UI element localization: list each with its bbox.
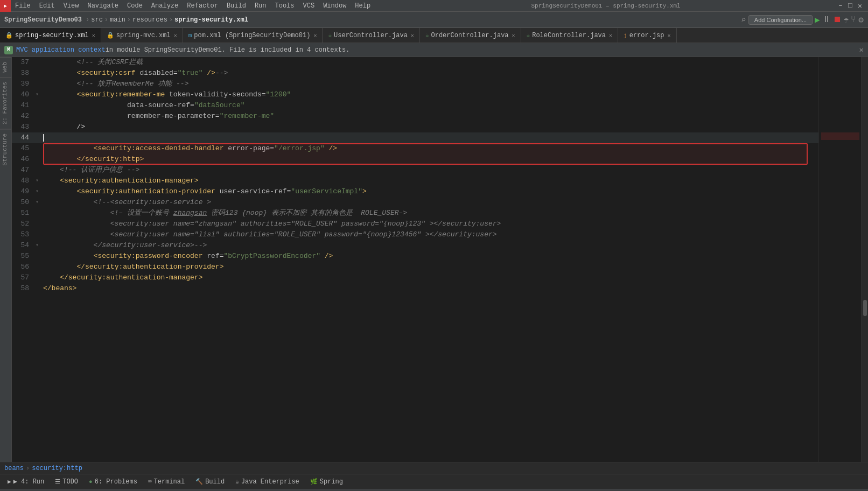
menu-tools[interactable]: Tools	[271, 0, 299, 11]
code-editor[interactable]: 37 <!-- 关闭CSRF拦截 38 <security:csrf disab…	[12, 57, 818, 462]
coverage-icon[interactable]: ☂	[844, 15, 849, 25]
menu-file[interactable]: File	[11, 0, 35, 11]
menu-code[interactable]: Code	[123, 0, 147, 11]
enterprise-button[interactable]: ☕ Java Enterprise	[230, 474, 305, 489]
fold-54[interactable]: ▾	[36, 240, 43, 251]
fold-44[interactable]	[36, 132, 43, 143]
fold-43[interactable]	[36, 122, 43, 132]
breadcrumb-resources[interactable]: resources	[132, 16, 167, 24]
tab-ordercontroller[interactable]: ☕ OrderController.java ✕	[420, 28, 521, 43]
terminal-icon: ⌨	[148, 478, 152, 485]
tab-spring-mvc[interactable]: 🔒 spring-mvc.xml ✕	[101, 28, 183, 43]
breadcrumb-file[interactable]: spring-security.xml	[174, 16, 248, 24]
breadcrumb-beans[interactable]: beans	[4, 465, 24, 472]
menu-vcs[interactable]: VCS	[299, 0, 319, 11]
menu-bar: ▶ File Edit View Navigate Code Analyze R…	[0, 0, 868, 12]
menu-edit[interactable]: Edit	[35, 0, 59, 11]
line-content-45: <security:access-denied-handler error-pa…	[43, 143, 337, 154]
line-content-51: <!– 设置一个账号 zhangsan 密码123 {noop} 表示不加密 其…	[43, 208, 407, 219]
side-panel-web[interactable]: Web	[0, 57, 11, 77]
fold-42[interactable]	[36, 111, 43, 122]
breadcrumb-main[interactable]: main	[110, 16, 125, 24]
fold-50[interactable]: ▾	[36, 197, 43, 208]
info-bar-close-icon[interactable]: ✕	[859, 45, 864, 54]
menu-window[interactable]: Window	[319, 0, 351, 11]
side-panel-structure[interactable]: Structure	[0, 129, 11, 170]
menu-help[interactable]: Help	[351, 0, 375, 11]
tab-pom-close[interactable]: ✕	[313, 32, 317, 39]
build-button[interactable]: 🔨 Build	[190, 474, 230, 489]
search-structure-icon[interactable]: ⌕	[741, 15, 746, 25]
tab-usercontroller-close[interactable]: ✕	[411, 32, 414, 39]
fold-47[interactable]	[36, 165, 43, 176]
settings-icon[interactable]: ⚙	[858, 15, 864, 25]
code-line-48: 48 ▾ <security:authentication-manager>	[12, 176, 818, 186]
line-num-49: 49	[12, 186, 36, 197]
menu-view[interactable]: View	[59, 0, 83, 11]
fold-57[interactable]	[36, 272, 43, 283]
scroll-thumb[interactable]	[863, 300, 867, 316]
breadcrumb-src[interactable]: src	[91, 16, 103, 24]
tab-spring-security[interactable]: 🔒 spring-security.xml ✕	[0, 28, 101, 43]
run-button[interactable]: ▶ ▶ 4: Run	[2, 474, 50, 489]
fold-48[interactable]: ▾	[36, 176, 43, 186]
line-content-40: <security:remember-me token-validity-sec…	[43, 89, 291, 100]
fold-52[interactable]	[36, 219, 43, 229]
run-config-button[interactable]: Add Configuration...	[748, 15, 813, 25]
tab-ordercontroller-close[interactable]: ✕	[512, 32, 515, 39]
line-num-55: 55	[12, 251, 36, 262]
menu-run[interactable]: Run	[250, 0, 271, 11]
code-line-39: 39 <!-- 放开RememberMe 功能 -->	[12, 79, 818, 89]
fold-58[interactable]	[36, 283, 43, 294]
fold-51[interactable]	[36, 208, 43, 219]
fold-39[interactable]	[36, 79, 43, 89]
stop-icon[interactable]: ⏹	[833, 15, 842, 25]
tab-error[interactable]: j error.jsp ✕	[618, 28, 676, 43]
terminal-button[interactable]: ⌨ Terminal	[143, 474, 190, 489]
tab-rolecontroller[interactable]: ☕ RoleController.java ✕	[521, 28, 618, 43]
fold-41[interactable]	[36, 100, 43, 111]
tab-usercontroller[interactable]: ☕ UserController.java ✕	[323, 28, 419, 43]
tab-pom[interactable]: m pom.xml (SpringSecurityDemo01) ✕	[183, 28, 323, 43]
close-btn[interactable]: ✕	[856, 2, 864, 10]
menu-build[interactable]: Build	[222, 0, 250, 11]
tab-spring-security-close[interactable]: ✕	[92, 32, 95, 39]
run-icon[interactable]: ▶	[815, 15, 820, 25]
menu-refactor[interactable]: Refactor	[183, 0, 222, 11]
fold-45[interactable]	[36, 143, 43, 154]
line-num-56: 56	[12, 262, 36, 272]
vcs-icon[interactable]: ⑂	[851, 15, 856, 25]
vertical-scrollbar[interactable]	[862, 57, 868, 462]
menu-analyze[interactable]: Analyze	[147, 0, 183, 11]
fold-56[interactable]	[36, 262, 43, 272]
code-line-46: 46 </security:http>	[12, 154, 818, 165]
line-content-47: <!-- 认证用户信息 -->	[43, 165, 139, 176]
tab-error-close[interactable]: ✕	[667, 32, 670, 39]
fold-55[interactable]	[36, 251, 43, 262]
fold-40[interactable]: ▾	[36, 89, 43, 100]
minimap	[818, 57, 862, 462]
spring-button[interactable]: 🌿 Spring	[305, 474, 348, 489]
breadcrumb-security-http[interactable]: security:http	[32, 465, 82, 472]
code-line-56: 56 </security:authentication-provider>	[12, 262, 818, 272]
fold-37[interactable]	[36, 57, 43, 68]
todo-button[interactable]: ☰ TODO	[50, 474, 83, 489]
tab-usercontroller-icon: ☕	[328, 32, 332, 39]
debug-icon[interactable]: ⏸	[822, 15, 831, 25]
fold-49[interactable]: ▾	[36, 186, 43, 197]
minimize-btn[interactable]: –	[837, 2, 844, 10]
line-num-42: 42	[12, 111, 36, 122]
fold-53[interactable]	[36, 229, 43, 240]
mvc-context-link[interactable]: MVC application context	[16, 46, 106, 54]
tab-spring-mvc-close[interactable]: ✕	[174, 32, 177, 39]
maximize-btn[interactable]: □	[846, 2, 854, 10]
tab-rolecontroller-close[interactable]: ✕	[609, 32, 612, 39]
fold-46[interactable]	[36, 154, 43, 165]
fold-38[interactable]	[36, 68, 43, 79]
toolbar-right: ⌕ Add Configuration... ▶ ⏸ ⏹ ☂ ⑂ ⚙	[741, 15, 864, 25]
status-bar: 🔔 Event Log 44:1 CRLF UTF-8 4 spaces	[0, 489, 868, 491]
side-panel-favorites[interactable]: 2: Favorites	[0, 77, 11, 129]
menu-navigate[interactable]: Navigate	[83, 0, 123, 11]
problems-button[interactable]: ● 6: Problems	[83, 474, 143, 489]
project-name: SpringSecurityDemo03	[4, 16, 82, 24]
